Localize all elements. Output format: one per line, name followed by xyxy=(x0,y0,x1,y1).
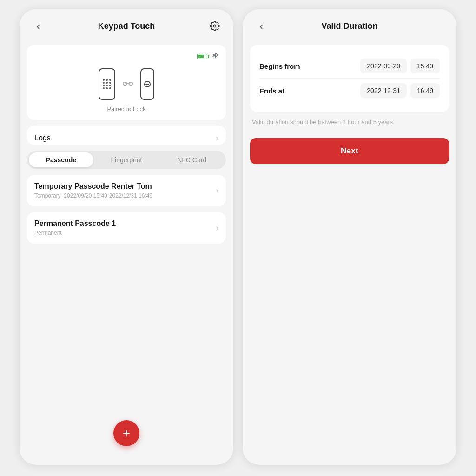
device-icons xyxy=(99,68,154,100)
passcode-name-temporary: Temporary Passcode Renter Tom xyxy=(34,182,216,191)
battery-icon xyxy=(197,52,209,61)
keypad-device-icon xyxy=(99,68,115,100)
logs-chevron-icon: › xyxy=(216,134,218,142)
passcode-detail-permanent: Permanent xyxy=(34,230,216,236)
ends-at-time[interactable]: 16:49 xyxy=(410,83,440,98)
begins-from-date[interactable]: 2022-09-20 xyxy=(360,59,407,73)
right-phone: ‹ Valid Duration Begins from 2022-09-20 … xyxy=(243,9,456,465)
logs-row[interactable]: Logs › xyxy=(34,127,218,143)
right-back-button[interactable]: ‹ xyxy=(254,19,269,33)
next-button[interactable]: Next xyxy=(250,138,449,164)
passcode-info-temporary: Temporary Passcode Renter Tom Temporary … xyxy=(34,182,216,199)
left-page-title: Keypad Touch xyxy=(98,21,155,31)
lock-device-icon xyxy=(140,68,154,100)
left-back-button[interactable]: ‹ xyxy=(31,19,46,33)
paired-label: Paired to Lock xyxy=(107,106,145,112)
device-status-row xyxy=(34,52,218,61)
passcode-item-permanent[interactable]: Permanent Passcode 1 Permanent › xyxy=(27,212,226,244)
logs-card[interactable]: Logs › xyxy=(27,126,226,145)
passcode-chevron-icon-1: › xyxy=(216,186,218,195)
begins-from-label: Begins from xyxy=(259,62,300,70)
svg-point-0 xyxy=(213,25,216,27)
tab-fingerprint[interactable]: Fingerprint xyxy=(94,152,159,167)
valid-duration-hint: Valid duration should be between 1 hour … xyxy=(250,118,449,127)
tab-nfc[interactable]: NFC Card xyxy=(159,152,224,167)
passcode-item-temporary[interactable]: Temporary Passcode Renter Tom Temporary … xyxy=(27,175,226,206)
passcode-info-permanent: Permanent Passcode 1 Permanent xyxy=(34,219,216,236)
passcode-name-permanent: Permanent Passcode 1 xyxy=(34,219,216,228)
ends-at-date[interactable]: 2022-12-31 xyxy=(360,83,407,98)
logs-label: Logs xyxy=(34,134,51,142)
right-header: ‹ Valid Duration xyxy=(243,9,456,39)
gear-icon[interactable] xyxy=(207,19,222,33)
begins-from-values: 2022-09-20 15:49 xyxy=(360,59,440,73)
chain-icon xyxy=(123,79,133,89)
right-page-title: Valid Duration xyxy=(321,21,377,31)
bluetooth-icon xyxy=(212,52,218,61)
device-card: Paired to Lock xyxy=(27,45,226,120)
left-content: Paired to Lock Logs › Passcode Fingerpri… xyxy=(20,39,233,465)
begins-from-time[interactable]: 15:49 xyxy=(410,59,440,73)
valid-duration-content: Begins from 2022-09-20 15:49 Ends at 202… xyxy=(243,39,456,465)
add-fab-button[interactable]: + xyxy=(113,420,139,446)
tab-selector: Passcode Fingerprint NFC Card xyxy=(27,151,226,169)
ends-at-values: 2022-12-31 16:49 xyxy=(360,83,440,98)
valid-duration-card: Begins from 2022-09-20 15:49 Ends at 202… xyxy=(250,45,449,112)
ends-at-label: Ends at xyxy=(259,87,284,95)
left-header: ‹ Keypad Touch xyxy=(20,9,233,39)
passcode-detail-temporary: Temporary 2022/09/20 15:49-2022/12/31 16… xyxy=(34,192,216,199)
left-phone: ‹ Keypad Touch xyxy=(20,9,233,465)
ends-at-row: Ends at 2022-12-31 16:49 xyxy=(259,78,440,103)
tab-passcode[interactable]: Passcode xyxy=(29,152,93,167)
begins-from-row: Begins from 2022-09-20 15:49 xyxy=(259,54,440,78)
passcode-chevron-icon-2: › xyxy=(216,224,218,232)
